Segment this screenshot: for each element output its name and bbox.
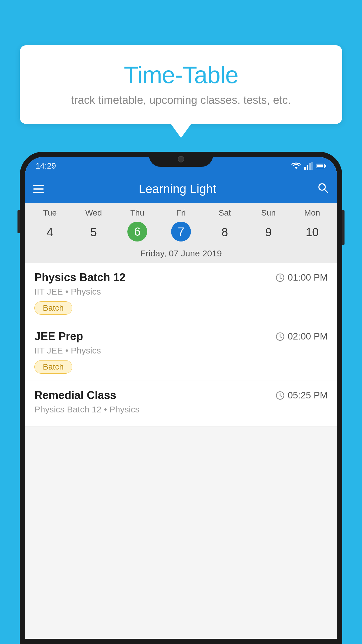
svg-line-12: [280, 278, 282, 279]
schedule-subtitle-2: IIT JEE • Physics: [34, 346, 328, 356]
status-time: 14:29: [36, 161, 56, 171]
schedule-item-3-header: Remedial Class 05:25 PM: [34, 389, 328, 402]
svg-line-15: [280, 337, 282, 338]
day-numbers: 4 5 6 7 8 9 10: [25, 220, 337, 246]
day-header-wed: Wed: [72, 208, 115, 218]
day-header-sat: Sat: [203, 208, 247, 218]
schedule-item-1-header: Physics Batch 12 01:00 PM: [34, 271, 328, 284]
clock-icon-2: [275, 332, 285, 341]
app-header: Learning Light: [25, 175, 337, 203]
calendar-day-8[interactable]: 8: [203, 222, 247, 243]
day-header-fri: Fri: [159, 208, 203, 218]
day-header-thu: Thu: [115, 208, 159, 218]
calendar-day-10[interactable]: 10: [290, 222, 334, 243]
day-header-mon: Mon: [290, 208, 334, 218]
schedule-item-2[interactable]: JEE Prep 02:00 PM IIT JEE • Physics Batc…: [25, 322, 337, 381]
day-header-sun: Sun: [247, 208, 290, 218]
calendar-day-5[interactable]: 5: [72, 222, 115, 243]
schedule-item-2-header: JEE Prep 02:00 PM: [34, 330, 328, 343]
app-title: Learning Light: [51, 182, 304, 196]
selected-date-label: Friday, 07 June 2019: [25, 246, 337, 263]
svg-rect-4: [311, 162, 313, 170]
calendar-day-6-today[interactable]: 6: [127, 222, 147, 242]
signal-icon: [304, 162, 313, 170]
svg-marker-0: [294, 167, 298, 169]
schedule-item-1[interactable]: Physics Batch 12 01:00 PM IIT JEE • Phys…: [25, 263, 337, 322]
search-icon[interactable]: [317, 182, 329, 196]
schedule-item-3[interactable]: Remedial Class 05:25 PM Physics Batch 12…: [25, 381, 337, 426]
wifi-icon: [291, 162, 301, 170]
schedule-badge-1: Batch: [34, 301, 72, 315]
schedule-time-2: 02:00 PM: [275, 331, 328, 342]
schedule-list: Physics Batch 12 01:00 PM IIT JEE • Phys…: [25, 263, 337, 426]
svg-line-9: [324, 189, 328, 192]
schedule-time-1: 01:00 PM: [275, 272, 328, 283]
svg-rect-7: [325, 165, 326, 167]
calendar-day-7-selected[interactable]: 7: [171, 222, 191, 242]
schedule-title-3: Remedial Class: [34, 389, 116, 402]
schedule-badge-2: Batch: [34, 360, 72, 374]
phone-outer: 14:29: [20, 152, 342, 644]
bubble-subtitle: track timetable, upcoming classes, tests…: [37, 94, 325, 106]
schedule-title-2: JEE Prep: [34, 330, 83, 343]
schedule-subtitle-1: IIT JEE • Physics: [34, 287, 328, 297]
svg-rect-1: [304, 167, 306, 170]
calendar-day-4[interactable]: 4: [28, 222, 72, 243]
hamburger-menu-icon[interactable]: [33, 185, 44, 193]
phone-notch: [149, 152, 213, 167]
svg-line-18: [280, 396, 282, 397]
volume-button: [17, 210, 20, 233]
day-header-tue: Tue: [28, 208, 72, 218]
speech-bubble: Time-Table track timetable, upcoming cla…: [20, 45, 342, 124]
bubble-title: Time-Table: [37, 61, 325, 89]
phone-screen: 14:29: [25, 157, 337, 639]
schedule-time-3: 05:25 PM: [275, 390, 328, 401]
battery-icon: [316, 163, 326, 169]
phone-wrapper: 14:29: [20, 152, 342, 644]
day-headers: Tue Wed Thu Fri Sat Sun Mon: [25, 203, 337, 220]
status-icons: [291, 162, 326, 170]
schedule-title-1: Physics Batch 12: [34, 271, 126, 284]
calendar-day-9[interactable]: 9: [247, 222, 290, 243]
clock-icon: [275, 273, 285, 282]
clock-icon-3: [275, 391, 285, 400]
speech-bubble-container: Time-Table track timetable, upcoming cla…: [20, 45, 342, 124]
power-button: [342, 210, 345, 245]
svg-rect-2: [307, 165, 308, 170]
front-camera: [178, 156, 184, 162]
calendar-section: Tue Wed Thu Fri Sat Sun Mon 4 5 6 7 8 9 …: [25, 203, 337, 263]
schedule-subtitle-3: Physics Batch 12 • Physics: [34, 405, 328, 414]
svg-rect-3: [309, 163, 311, 170]
svg-rect-6: [317, 164, 323, 167]
